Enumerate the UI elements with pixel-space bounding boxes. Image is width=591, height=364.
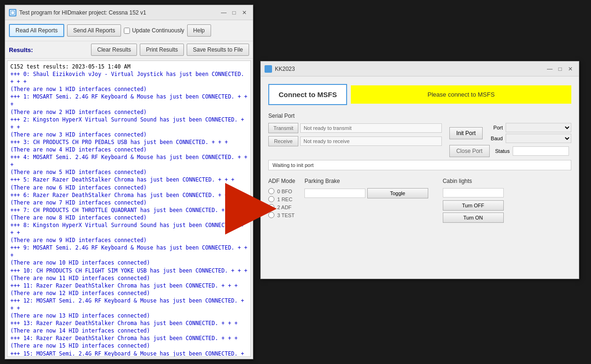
receive-row: Receive — [268, 136, 442, 146]
cabin-lights-input[interactable] — [443, 188, 504, 197]
bottom-section: ADF Mode 0 BFO 1 REC 2 ADF — [268, 178, 571, 223]
save-results-button[interactable]: Save Results to File — [187, 44, 249, 56]
list-item: +++ 10: CH PRODUCTS CH FLIGHT SIM YOKE U… — [10, 267, 248, 274]
list-item: +++ 6: Razer Razer DeathStalker Chroma h… — [10, 191, 248, 199]
left-titlebar-controls: — □ ✕ — [219, 8, 249, 17]
help-button[interactable]: Help — [187, 24, 211, 37]
left-window-title: Test program for HIDmaker project: Cessn… — [19, 9, 216, 16]
parking-brake-input[interactable] — [304, 189, 365, 198]
transmit-status-input — [300, 123, 441, 133]
right-titlebar: KK2023 — □ ✕ — [261, 61, 579, 76]
list-item: (There are now 13 HID interfaces connect… — [10, 312, 248, 319]
port-label: Port — [486, 125, 503, 130]
init-port-button[interactable]: Init Port — [449, 127, 483, 139]
clear-results-button[interactable]: Clear Results — [91, 44, 137, 56]
left-toolbar: Read All Reports Send All Reports Update… — [5, 20, 253, 41]
list-item: +++ 4: MOSART Semi. 2.4G RF Keyboard & M… — [10, 153, 248, 168]
list-item: (There are now 4 HID interfaces connecte… — [10, 146, 248, 153]
transmit-button[interactable]: Transmit — [268, 123, 298, 133]
connect-section: Connect to MSFS Please connect to MSFS — [268, 84, 571, 105]
list-item: +++ 8: Kingston HyperX Virtual Surround … — [10, 221, 248, 236]
list-item: (There are now 9 HID interfaces connecte… — [10, 236, 248, 244]
list-item: +++ 5: Razer Razer DeathStalker Chroma h… — [10, 176, 248, 183]
baud-select[interactable] — [506, 134, 571, 143]
list-item: +++ 15: MOSART Semi. 2.4G RF Keyboard & … — [10, 350, 248, 357]
right-titlebar-controls: — □ ✕ — [545, 65, 575, 73]
right-window-icon — [265, 65, 272, 73]
arrow-container — [220, 178, 281, 239]
list-item: (There are now 15 HID interfaces connect… — [10, 342, 248, 349]
left-window-icon — [9, 9, 16, 16]
list-item: (There are now 10 HID interfaces connect… — [10, 259, 248, 266]
update-continuously-checkbox[interactable] — [124, 28, 130, 34]
right-window: KK2023 — □ ✕ Connect to MSFS Please conn… — [260, 61, 579, 279]
toggle-button[interactable]: Toggle — [367, 188, 428, 198]
list-item: (There are now 3 HID interfaces connecte… — [10, 131, 248, 138]
list-item: +++ 13: Razer Razer DeathStalker Chroma … — [10, 319, 248, 327]
list-item: (There are now 5 HID interfaces connecte… — [10, 168, 248, 176]
list-item: (There are now 7 HID interfaces connecte… — [10, 199, 248, 206]
list-item: (There are now 11 HID interfaces connect… — [10, 274, 248, 282]
right-window-title: KK2023 — [275, 66, 542, 72]
waiting-text-input — [268, 160, 571, 170]
receive-status-input — [300, 136, 442, 146]
close-port-button[interactable]: Close Port — [449, 145, 490, 157]
list-item: +++ 3: CH PRODUCTS CH PRO PEDALS USB has… — [10, 138, 248, 146]
list-item: +++ 2: Kingston HyperX Virtual Surround … — [10, 116, 248, 131]
right-content: Connect to MSFS Please connect to MSFS S… — [261, 76, 579, 279]
list-item: +++ 0: Shaul Eizikovich vJoy - Virtual J… — [10, 70, 248, 85]
print-results-button[interactable]: Print Results — [140, 44, 184, 56]
maximize-button[interactable]: □ — [229, 8, 239, 17]
right-arrow-icon — [225, 183, 277, 235]
port-row: Port — [486, 123, 571, 132]
list-item: (There are now 14 HID interfaces connect… — [10, 327, 248, 334]
list-item: (There are now 12 HID interfaces connect… — [10, 289, 248, 297]
cabin-lights-label: Cabin lights — [443, 178, 571, 184]
list-item: +++ 14: Razer Razer DeathStalker Chroma … — [10, 334, 248, 342]
list-item: +++ 1: MOSART Semi. 2.4G RF Keyboard & M… — [10, 93, 248, 108]
results-label: Results: — [9, 46, 33, 53]
list-item: (There are now 6 HID interfaces connecte… — [10, 184, 248, 191]
status-input — [513, 146, 569, 156]
list-item: C152 test results: 2023-05-15 1:40 AM — [10, 63, 248, 70]
right-close-button[interactable]: ✕ — [566, 65, 575, 73]
close-button[interactable]: ✕ — [240, 8, 249, 17]
svg-rect-1 — [11, 11, 14, 14]
svg-rect-2 — [266, 67, 271, 71]
left-titlebar: Test program for HIDmaker project: Cessn… — [5, 5, 253, 20]
update-continuously-label[interactable]: Update Continuously — [124, 27, 184, 34]
list-item: (There are now 2 HID interfaces connecte… — [10, 108, 248, 116]
send-all-reports-button[interactable]: Send All Reports — [67, 24, 121, 37]
turn-on-button[interactable]: Turn ON — [443, 212, 504, 223]
turn-off-button[interactable]: Turn OFF — [443, 200, 504, 211]
status-label: Status — [493, 148, 510, 154]
minimize-button[interactable]: — — [219, 8, 228, 17]
list-item: +++ 12: MOSART Semi. 2.4G RF Keyboard & … — [10, 297, 248, 312]
left-window: Test program for HIDmaker project: Cessn… — [5, 5, 253, 359]
list-item: +++ 11: Razer Razer DeathStalker Chroma … — [10, 282, 248, 289]
results-bar: Results: Clear Results Print Results Sav… — [5, 41, 253, 59]
serial-section: Serial Port Transmit Receive I — [268, 113, 571, 170]
cabin-lights-section: Cabin lights Turn OFF Turn ON — [443, 178, 571, 223]
baud-row: Baud — [486, 134, 571, 143]
right-minimize-button[interactable]: — — [545, 65, 554, 73]
port-select[interactable] — [506, 123, 571, 132]
transmit-row: Transmit — [268, 123, 442, 133]
list-item: (There are now 1 HID interfaces connecte… — [10, 85, 248, 93]
receive-button[interactable]: Receive — [268, 136, 298, 146]
parking-section: Parking Brake Toggle — [304, 178, 433, 223]
list-item: (There are now 8 HID interfaces connecte… — [10, 214, 248, 221]
right-maximize-button[interactable]: □ — [555, 65, 565, 73]
read-all-reports-button[interactable]: Read All Reports — [9, 24, 64, 37]
list-item: +++ 7: CH PRODUCTS CH THROTTLE QUADRANT … — [10, 206, 248, 214]
serial-port-label: Serial Port — [268, 113, 571, 119]
baud-label: Baud — [486, 136, 503, 141]
list-item: +++ 9: MOSART Semi. 2.4G RF Keyboard & M… — [10, 244, 248, 259]
connect-status: Please connect to MSFS — [351, 85, 571, 104]
parking-brake-label: Parking Brake — [304, 178, 433, 184]
results-area[interactable]: C152 test results: 2023-05-15 1:40 AM+++… — [7, 61, 251, 357]
status-row: Status — [493, 146, 569, 156]
update-continuously-text: Update Continuously — [132, 27, 184, 34]
connect-to-msfs-button[interactable]: Connect to MSFS — [268, 84, 347, 105]
